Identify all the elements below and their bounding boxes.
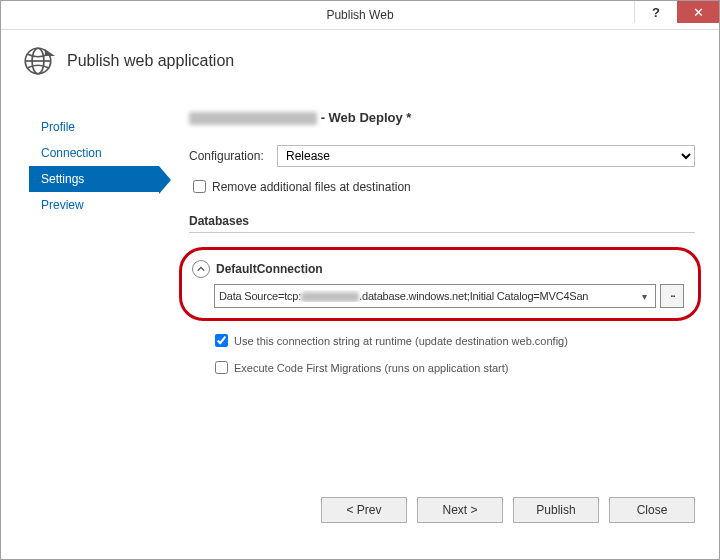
publish-button[interactable]: Publish [513, 497, 599, 523]
window-controls: ? ✕ [634, 1, 719, 29]
globe-icon [21, 44, 55, 78]
exec-migrations-label: Execute Code First Migrations (runs on a… [234, 362, 509, 374]
next-button[interactable]: Next > [417, 497, 503, 523]
dialog-header: Publish web application [1, 30, 719, 88]
window-title: Publish Web [326, 8, 393, 22]
connection-name: DefaultConnection [216, 262, 323, 276]
connection-string-row: Data Source=tcp:.database.windows.net;In… [214, 284, 684, 308]
callout-ring: DefaultConnection Data Source=tcp:.datab… [179, 247, 701, 321]
use-runtime-label: Use this connection string at runtime (u… [234, 335, 568, 347]
sidebar-item-profile[interactable]: Profile [29, 114, 159, 140]
remove-additional-row: Remove additional files at destination [189, 177, 695, 196]
help-button[interactable]: ? [634, 1, 677, 23]
ellipsis-icon: ... [670, 290, 674, 296]
sidebar-item-settings[interactable]: Settings [29, 166, 159, 192]
chevron-down-icon: ▾ [637, 291, 651, 302]
redacted-server-name [301, 292, 359, 302]
chevron-up-icon [192, 260, 210, 278]
profile-summary: - Web Deploy * [189, 110, 695, 125]
remove-additional-checkbox[interactable] [193, 180, 206, 193]
dialog-footer: < Prev Next > Publish Close [1, 478, 719, 559]
databases-rule [189, 232, 695, 233]
connection-string-browse-button[interactable]: ... [660, 284, 684, 308]
deploy-method-label: - Web Deploy * [321, 110, 412, 125]
dialog-body: Profile Connection Settings Preview - We… [1, 88, 719, 478]
use-runtime-checkbox[interactable] [215, 334, 228, 347]
use-runtime-row: Use this connection string at runtime (u… [211, 331, 695, 350]
close-icon: ✕ [693, 5, 704, 20]
settings-panel: - Web Deploy * Configuration: Release Re… [159, 88, 701, 478]
close-window-button[interactable]: ✕ [677, 1, 719, 23]
sidebar-item-preview[interactable]: Preview [29, 192, 159, 218]
exec-migrations-row: Execute Code First Migrations (runs on a… [211, 358, 695, 377]
configuration-row: Configuration: Release [189, 145, 695, 167]
wizard-sidebar: Profile Connection Settings Preview [29, 88, 159, 478]
connection-header[interactable]: DefaultConnection [192, 260, 684, 278]
databases-heading: Databases [189, 214, 695, 228]
connection-string-combo[interactable]: Data Source=tcp:.database.windows.net;In… [214, 284, 656, 308]
remove-additional-label: Remove additional files at destination [212, 180, 411, 194]
configuration-select[interactable]: Release [277, 145, 695, 167]
exec-migrations-checkbox[interactable] [215, 361, 228, 374]
configuration-label: Configuration: [189, 149, 277, 163]
close-button[interactable]: Close [609, 497, 695, 523]
connection-string-value: Data Source=tcp:.database.windows.net;In… [219, 290, 637, 302]
prev-button[interactable]: < Prev [321, 497, 407, 523]
redacted-profile-name [189, 112, 317, 125]
dialog-heading: Publish web application [67, 52, 234, 70]
help-icon: ? [652, 5, 660, 20]
titlebar: Publish Web ? ✕ [1, 1, 719, 30]
publish-web-dialog: Publish Web ? ✕ Publish web application … [0, 0, 720, 560]
sidebar-item-connection[interactable]: Connection [29, 140, 159, 166]
